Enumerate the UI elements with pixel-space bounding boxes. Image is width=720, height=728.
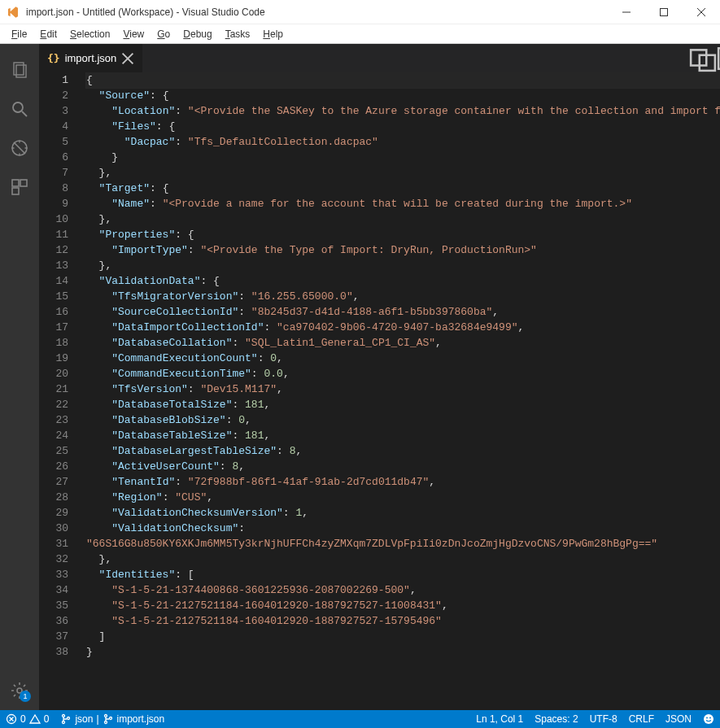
svg-rect-1	[14, 63, 24, 75]
menu-debug[interactable]: Debug	[177, 27, 218, 41]
menu-tasks[interactable]: Tasks	[219, 27, 257, 41]
svg-point-25	[704, 714, 713, 724]
line-number-gutter: 1234567891011121314151617181920212223242…	[39, 72, 83, 710]
svg-point-22	[104, 715, 107, 717]
menu-edit[interactable]: Edit	[33, 27, 63, 41]
menu-bar: FileEditSelectionViewGoDebugTasksHelp	[0, 24, 720, 44]
menu-selection[interactable]: Selection	[63, 27, 116, 41]
status-branch[interactable]: json | import.json	[55, 710, 170, 728]
svg-line-4	[22, 111, 27, 116]
svg-point-19	[63, 715, 65, 717]
window-maximize-button[interactable]	[645, 0, 683, 24]
window-minimize-button[interactable]	[608, 0, 645, 24]
status-warnings-count: 0	[44, 713, 50, 725]
menu-go[interactable]: Go	[151, 27, 177, 41]
menu-view[interactable]: View	[116, 27, 151, 41]
explorer-icon[interactable]	[0, 50, 39, 89]
settings-gear-icon[interactable]: 1	[0, 671, 39, 710]
editor-tabs: {} import.json	[39, 44, 720, 72]
menu-help[interactable]: Help	[256, 27, 290, 41]
editor-tab-import-json[interactable]: {} import.json	[39, 44, 143, 72]
svg-point-23	[104, 721, 107, 724]
svg-rect-0	[661, 8, 668, 15]
json-file-icon: {}	[47, 52, 60, 64]
status-language[interactable]: JSON	[660, 710, 697, 728]
activity-bar: 1	[0, 44, 39, 710]
status-ln-col[interactable]: Ln 1, Col 1	[470, 710, 529, 728]
code-editor[interactable]: 1234567891011121314151617181920212223242…	[39, 72, 720, 710]
svg-point-24	[109, 717, 111, 720]
status-branch-sep: |	[96, 713, 98, 725]
status-eol[interactable]: CRLF	[623, 710, 660, 728]
settings-badge: 1	[20, 691, 31, 702]
window-close-button[interactable]	[683, 0, 720, 24]
debug-icon[interactable]	[0, 129, 39, 168]
status-problems[interactable]: 0 0	[0, 710, 55, 728]
window-title: import.json - Untitled (Workspace) - Vis…	[26, 7, 608, 18]
tab-label: import.json	[65, 52, 117, 64]
status-indent[interactable]: Spaces: 2	[529, 710, 583, 728]
search-icon[interactable]	[0, 89, 39, 129]
status-bar: 0 0 json | import.json Ln 1, Col 1 Space…	[0, 710, 720, 728]
status-file-label: import.json	[117, 713, 165, 725]
svg-point-20	[63, 721, 65, 724]
window-titlebar: import.json - Untitled (Workspace) - Vis…	[0, 0, 720, 24]
tab-close-icon[interactable]	[121, 52, 134, 65]
svg-rect-7	[12, 180, 19, 186]
svg-rect-2	[16, 65, 26, 77]
svg-point-3	[13, 102, 23, 112]
svg-point-21	[68, 717, 70, 720]
compare-changes-icon[interactable]	[689, 44, 717, 72]
svg-rect-9	[12, 188, 19, 194]
status-branch-label: json	[75, 713, 93, 725]
svg-line-6	[14, 142, 25, 154]
extensions-icon[interactable]	[0, 168, 39, 207]
status-encoding[interactable]: UTF-8	[584, 710, 623, 728]
svg-point-26	[706, 717, 708, 719]
svg-point-27	[709, 717, 711, 719]
status-errors-count: 0	[20, 713, 26, 725]
svg-rect-8	[20, 180, 27, 186]
status-feedback-icon[interactable]	[697, 710, 720, 728]
vscode-logo-icon	[7, 6, 20, 19]
menu-file[interactable]: File	[5, 27, 33, 41]
editor-group: {} import.json 1234567891011121314151617…	[39, 44, 720, 710]
split-editor-icon[interactable]	[717, 44, 720, 72]
code-content[interactable]: { "Source": { "Location": "<Provide the …	[83, 72, 720, 710]
